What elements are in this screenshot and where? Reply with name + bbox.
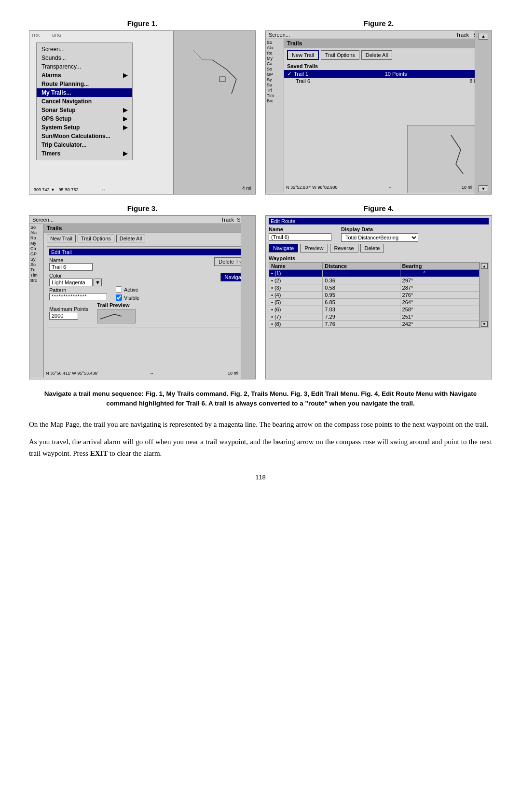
fig4-waypoints-label: Waypoints bbox=[269, 255, 489, 261]
fig3-main: Trails New Trail Trail Options Delete Al… bbox=[44, 224, 255, 378]
menu-item-timers[interactable]: Timers bbox=[37, 149, 132, 158]
fig2-trail6-row[interactable]: Trail 6 8 Points bbox=[284, 78, 492, 84]
fig4-waypoint-row[interactable]: • (5)6.85264° bbox=[269, 299, 480, 306]
fig4-wp-bearing: 242° bbox=[400, 321, 479, 328]
fig4-waypoint-row[interactable]: • (4)0.95276° bbox=[269, 292, 480, 299]
fig4-wp-bearing: 251° bbox=[400, 313, 479, 321]
fig4-wp-bearing: ————° bbox=[400, 270, 479, 277]
color-dropdown-arrow[interactable]: ▼ bbox=[94, 279, 102, 286]
fig4-delete-btn[interactable]: Delete bbox=[360, 244, 384, 252]
fig2-trail-options-btn[interactable]: Trail Options bbox=[321, 50, 359, 60]
body-paragraph-1: On the Map Page, the trail you are navig… bbox=[29, 419, 492, 430]
color-input[interactable] bbox=[49, 279, 93, 286]
fig2-trail1-points: 10 Points bbox=[385, 71, 407, 77]
fig3-trail-options-btn[interactable]: Trail Options bbox=[78, 235, 114, 242]
figure-2-block: Figure 2. Screen... Track Speed SoAlaRoM… bbox=[265, 19, 492, 195]
menu-item-trip-calc[interactable]: Trip Calculator... bbox=[37, 140, 132, 149]
fig2-trail6-nocheck bbox=[287, 78, 294, 84]
fig4-display-select[interactable]: Total Distance/Bearing bbox=[341, 233, 418, 242]
fig4-waypoint-row[interactable]: • (3)0.58287° bbox=[269, 284, 480, 292]
fig2-scroll-up[interactable]: ▲ bbox=[479, 33, 488, 40]
svg-line-0 bbox=[212, 60, 227, 70]
fig2-map-svg bbox=[408, 126, 475, 193]
fig1-map-svg bbox=[174, 31, 256, 181]
fig2-main-panel: Trails New Trail Trail Options Delete Al… bbox=[284, 39, 492, 193]
fig2-trail1-row[interactable]: ✓ Trail 1 10 Points ◄ bbox=[284, 70, 492, 78]
fig4-name-input[interactable] bbox=[269, 233, 331, 241]
fig3-screen: Screen... bbox=[32, 217, 54, 223]
fig2-trail1-check: ✓ bbox=[287, 70, 292, 77]
fig4-wp-name: • (8) bbox=[269, 321, 323, 328]
figure-2-label: Figure 2. bbox=[364, 19, 394, 28]
fig4-col-name: Name bbox=[269, 263, 323, 270]
svg-line-8 bbox=[456, 164, 463, 174]
figure-3-label: Figure 3. bbox=[127, 204, 158, 212]
svg-line-7 bbox=[456, 150, 461, 164]
fig2-arrow: ↔ bbox=[388, 185, 392, 190]
fig4-wp-name: • (2) bbox=[269, 277, 323, 284]
edit-trail-name-input[interactable] bbox=[49, 263, 93, 271]
pattern-row: Pattern Active bbox=[49, 286, 250, 301]
menu-item-transparency[interactable]: Transparency... bbox=[37, 62, 132, 71]
figure-3-block: Figure 3. Screen... Track Speed SoAlaRoM… bbox=[29, 204, 256, 379]
fig1-arrow: ↔ bbox=[101, 187, 106, 192]
fig4-name-col-label: Name bbox=[269, 226, 331, 232]
fig4-waypoint-row[interactable]: • (1)——.——————° bbox=[269, 270, 480, 277]
fig4-waypoint-row[interactable]: • (7)7.29251° bbox=[269, 313, 480, 321]
pattern-input[interactable] bbox=[49, 293, 107, 300]
menu-item-system[interactable]: System Setup bbox=[37, 123, 132, 132]
fig4-wp-name: • (5) bbox=[269, 299, 323, 306]
fig2-trail6-label: Trail 6 bbox=[296, 78, 310, 84]
fig4-waypoint-row[interactable]: • (2)0.36297° bbox=[269, 277, 480, 284]
menu-item-route-planning[interactable]: Route Planning... bbox=[37, 80, 132, 88]
fig3-new-trail-btn[interactable]: New Trail bbox=[47, 235, 76, 242]
fig2-topbar: Screen... Track Speed bbox=[266, 31, 492, 39]
fig4-scroll-up[interactable]: ▲ bbox=[481, 263, 488, 269]
menu-item-gps[interactable]: GPS Setup bbox=[37, 114, 132, 123]
menu-item-sonar[interactable]: Sonar Setup bbox=[37, 106, 132, 114]
fig2-new-trail-btn[interactable]: New Trail bbox=[287, 50, 319, 60]
menu-item-cancel-nav[interactable]: Cancel Navigation bbox=[37, 97, 132, 106]
svg-line-10 bbox=[107, 314, 114, 317]
fig3-topbar: Screen... Track Speed bbox=[29, 216, 255, 224]
fig4-reverse-btn[interactable]: Reverse bbox=[330, 244, 358, 252]
fig4-waypoint-row[interactable]: • (6)7.03258° bbox=[269, 306, 480, 313]
fig4-wp-distance: 0.36 bbox=[323, 277, 400, 284]
fig4-col-bearing: Bearing bbox=[400, 263, 479, 270]
active-checkbox[interactable] bbox=[116, 286, 122, 293]
fig4-header: Edit Route bbox=[269, 218, 489, 224]
fig4-wp-distance: 7.76 bbox=[323, 321, 400, 328]
figure-4-block: Figure 4. Edit Route Name Display Data T… bbox=[265, 204, 492, 379]
fig2-scroll-down[interactable]: ▼ bbox=[479, 185, 488, 192]
fig4-col-distance: Distance bbox=[323, 263, 400, 270]
fig2-scale: 10 mi bbox=[462, 185, 472, 190]
menu-item-alarms[interactable]: Alarms bbox=[37, 71, 132, 80]
fig4-scroll-dn[interactable]: ▼ bbox=[481, 321, 488, 327]
menu-item-sounds[interactable]: Sounds... bbox=[37, 54, 132, 62]
menu-item-sun-moon[interactable]: Sun/Moon Calculations... bbox=[37, 132, 132, 140]
menu-item-screen[interactable]: Screen... bbox=[37, 45, 132, 54]
pattern-label: Pattern bbox=[49, 287, 107, 293]
fig3-delete-all-btn[interactable]: Delete All bbox=[116, 235, 145, 242]
menu-item-my-trails[interactable]: My Trails... bbox=[37, 88, 132, 97]
fig4-wp-distance: 6.85 bbox=[323, 299, 400, 306]
fig4-table-sidebar: ▲ ▼ bbox=[480, 262, 489, 328]
fig2-delete-all-btn[interactable]: Delete All bbox=[361, 50, 392, 60]
fig2-map-area bbox=[407, 125, 475, 193]
fig3-left-labels: SoAlaRoMyCaGPSySuTriTimBrc bbox=[29, 224, 44, 378]
edit-trail-name-label: Name bbox=[49, 257, 93, 263]
fig4-preview-btn[interactable]: Preview bbox=[300, 244, 328, 252]
caption-block: Navigate a trail menu sequence: Fig. 1, … bbox=[39, 389, 482, 409]
fig4-waypoint-row[interactable]: • (8)7.76242° bbox=[269, 321, 480, 328]
max-points-row: Maximum Points Trail Preview bbox=[49, 302, 250, 323]
fig4-wp-bearing: 276° bbox=[400, 292, 479, 299]
fig2-track: Track bbox=[456, 32, 469, 38]
max-points-input[interactable] bbox=[49, 312, 78, 320]
fig4-navigate-btn[interactable]: Navigate bbox=[269, 244, 298, 252]
fig4-wp-distance: 7.29 bbox=[323, 313, 400, 321]
fig2-buttons: New Trail Trail Options Delete All bbox=[284, 48, 492, 62]
svg-line-1 bbox=[227, 70, 236, 79]
visible-checkbox[interactable] bbox=[116, 294, 122, 301]
active-label: Active bbox=[124, 287, 138, 293]
visible-label: Visible bbox=[124, 295, 139, 301]
